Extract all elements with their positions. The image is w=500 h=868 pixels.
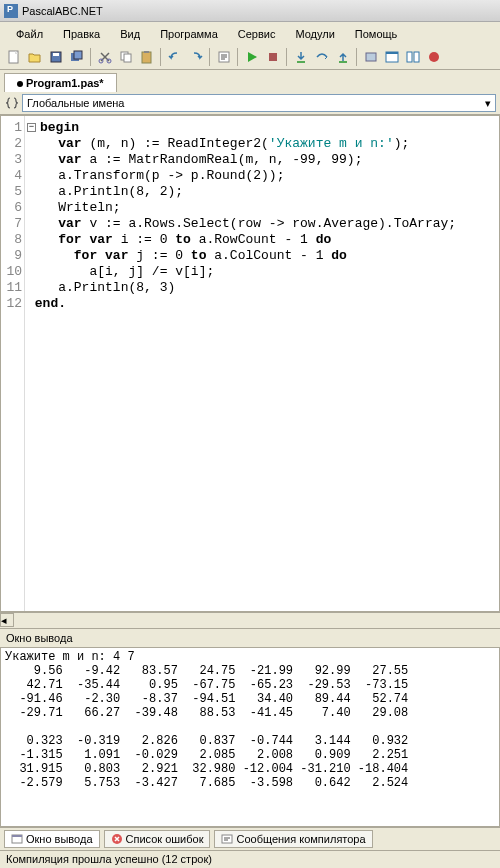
svg-rect-18 — [407, 52, 412, 62]
redo-button[interactable] — [186, 47, 206, 67]
tab-output-window[interactable]: Окно вывода — [4, 830, 100, 848]
properties-button[interactable] — [214, 47, 234, 67]
step-over-button[interactable] — [312, 47, 332, 67]
svg-rect-9 — [142, 52, 151, 63]
menu-edit[interactable]: Правка — [53, 26, 110, 42]
svg-rect-12 — [269, 53, 277, 61]
svg-point-20 — [429, 52, 439, 62]
breakpoint-button[interactable] — [424, 47, 444, 67]
code-editor[interactable]: −begin var (m, n) := ReadInteger2('Укажи… — [25, 116, 499, 611]
braces-icon[interactable] — [4, 95, 20, 111]
step-into-button[interactable] — [291, 47, 311, 67]
form-button[interactable] — [382, 47, 402, 67]
svg-rect-4 — [74, 51, 82, 59]
tab-compiler-messages[interactable]: Сообщения компилятора — [214, 830, 372, 848]
menu-view[interactable]: Вид — [110, 26, 150, 42]
output-panel-title: Окно вывода — [0, 628, 500, 647]
svg-rect-15 — [366, 53, 376, 61]
save-button[interactable] — [46, 47, 66, 67]
svg-rect-8 — [124, 54, 131, 62]
scope-dropdown[interactable]: Глобальные имена ▾ — [22, 94, 496, 112]
save-all-button[interactable] — [67, 47, 87, 67]
menu-program[interactable]: Программа — [150, 26, 228, 42]
fold-minus-icon[interactable]: − — [27, 123, 36, 132]
tab-error-list[interactable]: Список ошибок — [104, 830, 211, 848]
status-bar: Компиляция прошла успешно (12 строк) — [0, 850, 500, 868]
menu-help[interactable]: Помощь — [345, 26, 408, 42]
copy-button[interactable] — [116, 47, 136, 67]
toolbar — [0, 44, 500, 70]
svg-rect-24 — [222, 835, 232, 843]
scope-bar: Глобальные имена ▾ — [0, 92, 500, 115]
svg-rect-2 — [53, 53, 59, 56]
editor-area: 123456789101112 −begin var (m, n) := Rea… — [0, 115, 500, 612]
menu-service[interactable]: Сервис — [228, 26, 286, 42]
scope-label: Глобальные имена — [27, 97, 125, 109]
step-out-button[interactable] — [333, 47, 353, 67]
compile-button[interactable] — [361, 47, 381, 67]
svg-rect-14 — [339, 61, 347, 63]
open-file-button[interactable] — [25, 47, 45, 67]
run-button[interactable] — [242, 47, 262, 67]
bottom-tab-bar: Окно вывода Список ошибок Сообщения комп… — [0, 827, 500, 850]
modified-dot-icon — [17, 81, 23, 87]
cut-button[interactable] — [95, 47, 115, 67]
line-gutter: 123456789101112 — [1, 116, 25, 611]
menu-bar: Файл Правка Вид Программа Сервис Модули … — [0, 22, 500, 44]
scrollbar-button-left[interactable]: ◂ — [0, 613, 14, 627]
svg-rect-10 — [144, 51, 149, 53]
app-icon — [4, 4, 18, 18]
editor-tab-bar: Program1.pas* — [0, 70, 500, 92]
horizontal-scrollbar[interactable]: ◂ — [0, 612, 500, 628]
svg-rect-22 — [12, 835, 22, 837]
app-title: PascalABC.NET — [22, 5, 103, 17]
new-file-button[interactable] — [4, 47, 24, 67]
svg-rect-17 — [386, 52, 398, 54]
editor-tab[interactable]: Program1.pas* — [4, 73, 117, 92]
stop-button[interactable] — [263, 47, 283, 67]
chevron-down-icon: ▾ — [485, 97, 491, 110]
code-form-button[interactable] — [403, 47, 423, 67]
title-bar: PascalABC.NET — [0, 0, 500, 22]
svg-rect-13 — [297, 61, 305, 63]
menu-modules[interactable]: Модули — [285, 26, 344, 42]
undo-button[interactable] — [165, 47, 185, 67]
output-panel[interactable]: Укажите m и n: 4 7 9.56 -9.42 83.57 24.7… — [0, 647, 500, 827]
svg-rect-19 — [414, 52, 419, 62]
menu-file[interactable]: Файл — [6, 26, 53, 42]
paste-button[interactable] — [137, 47, 157, 67]
